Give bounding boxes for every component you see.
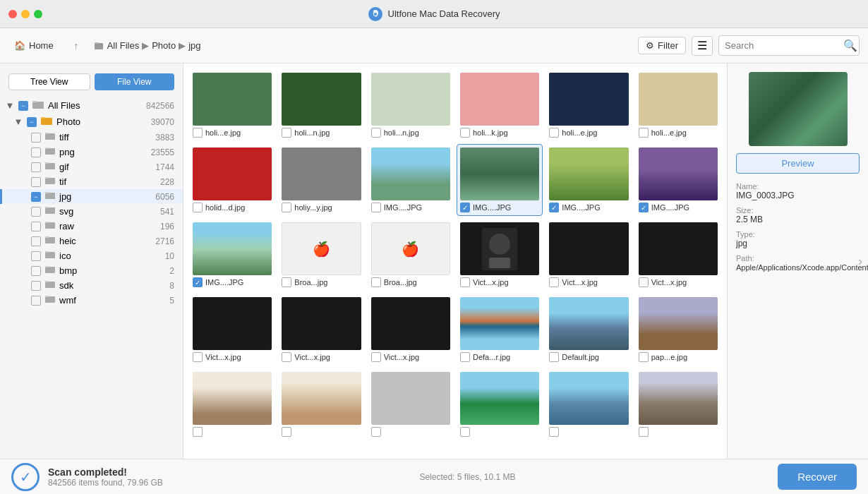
recover-button[interactable]: Recover [778,464,857,490]
item-checkbox[interactable] [282,427,291,437]
grid-item[interactable]: holi...e.jpg [189,69,275,141]
search-input[interactable] [725,40,843,51]
item-checkbox[interactable] [371,427,381,437]
grid-item[interactable]: Vict...x.jpg [545,219,632,291]
sidebar-item-allfiles[interactable]: ▼ − All Files 842566 [0,97,183,114]
item-checkbox[interactable] [549,277,559,287]
search-box[interactable]: 🔍 [718,35,860,56]
grid-item[interactable]: Defa...r.jpg [457,294,543,366]
filter-button[interactable]: ⚙ Filter [638,37,686,54]
sidebar-item-bmp[interactable]: bmp 2 [0,263,183,278]
breadcrumb-allfiles[interactable]: All Files [107,40,140,51]
item-checkbox[interactable] [193,203,203,212]
item-checkbox[interactable] [639,352,649,362]
item-checkbox[interactable] [639,128,649,138]
grid-item[interactable]: Vict...x.jpg [635,219,721,291]
grid-item[interactable]: holi...n.jpg [368,69,454,141]
grid-item[interactable]: holiy...y.jpg [278,144,364,216]
item-checkbox[interactable] [549,128,559,138]
sidebar-item-tif[interactable]: tif 228 [0,174,183,189]
sidebar-item-jpg[interactable]: − jpg 6056 [0,189,183,204]
svg-checkbox[interactable] [31,207,41,217]
grid-item[interactable]: ✓ IMG....JPG [189,219,275,291]
grid-item[interactable] [457,368,543,440]
item-checkbox[interactable] [193,427,203,437]
breadcrumb-jpg[interactable]: jpg [188,40,200,51]
raw-checkbox[interactable] [31,222,41,231]
item-checkbox[interactable] [193,352,203,362]
grid-item[interactable]: Vict...x.jpg [278,294,364,366]
close-button[interactable] [8,10,17,18]
item-checkbox[interactable] [282,277,291,287]
grid-item[interactable]: holi...k.jpg [457,69,543,141]
grid-item[interactable]: Vict...x.jpg [368,294,454,366]
sidebar-item-raw[interactable]: raw 196 [0,219,183,234]
maximize-button[interactable] [34,10,42,18]
item-checkbox[interactable] [282,203,291,212]
sdk-checkbox[interactable] [31,281,41,291]
grid-item[interactable]: ✓ IMG....JPG [635,144,721,216]
item-checkbox[interactable] [282,128,291,138]
minimize-button[interactable] [21,10,30,18]
grid-item[interactable]: 🍎 Broa...jpg [278,219,364,291]
item-checkbox[interactable] [371,203,381,212]
home-button[interactable]: 🏠 Home [8,37,59,54]
item-checkbox[interactable] [639,427,649,437]
grid-item[interactable]: Vict...x.jpg [189,294,275,366]
grid-item[interactable]: ✓ IMG....JPG [545,144,632,216]
sidebar-item-sdk[interactable]: sdk 8 [0,278,183,293]
tree-view-button[interactable]: Tree View [8,73,90,90]
item-checkbox[interactable] [639,277,649,287]
item-checkbox[interactable] [371,128,381,138]
back-button[interactable]: ↑ [68,37,85,54]
grid-item[interactable]: Default.jpg [545,294,632,366]
sidebar-item-heic[interactable]: heic 2716 [0,234,183,248]
grid-item[interactable] [368,368,454,440]
item-checkbox[interactable] [549,352,559,362]
chevron-right-icon[interactable]: › [858,254,862,269]
grid-item-selected[interactable]: ✓ IMG....JPG [457,144,543,216]
grid-item[interactable]: holid...d.jpg [189,144,275,216]
grid-item[interactable]: holi...n.jpg [278,69,364,141]
grid-item[interactable]: pap...e.jpg [635,294,721,366]
grid-item[interactable]: holi...e.jpg [635,69,721,141]
jpg-checkbox[interactable]: − [31,192,41,202]
ico-checkbox[interactable] [31,251,41,261]
breadcrumb-photo[interactable]: Photo [152,40,176,51]
tiff-checkbox[interactable] [31,133,41,143]
list-view-button[interactable]: ☰ [692,36,713,56]
allfiles-checkbox[interactable]: − [18,101,28,111]
tif-checkbox[interactable] [31,177,41,187]
sidebar-item-svg[interactable]: svg 541 [0,204,183,219]
item-checkbox[interactable] [282,352,291,362]
item-checkbox[interactable] [549,427,559,437]
file-view-button[interactable]: File View [95,73,175,90]
sidebar-item-tiff[interactable]: tiff 3883 [0,130,183,145]
wmf-checkbox[interactable] [31,296,41,306]
grid-item[interactable] [278,368,364,440]
heic-checkbox[interactable] [31,236,41,246]
item-checkbox[interactable] [371,352,381,362]
sidebar-item-gif[interactable]: gif 1744 [0,159,183,174]
sidebar-item-ico[interactable]: ico 10 [0,248,183,263]
bmp-checkbox[interactable] [31,266,41,276]
gif-checkbox[interactable] [31,162,41,172]
item-checkbox-checked[interactable]: ✓ [460,203,470,212]
grid-item[interactable]: IMG....JPG [368,144,454,216]
item-checkbox[interactable] [371,277,381,287]
item-checkbox-checked[interactable]: ✓ [549,203,559,212]
sidebar-item-photo[interactable]: ▼ − Photo 39070 [0,114,183,130]
item-checkbox[interactable] [460,352,470,362]
grid-item[interactable] [545,368,632,440]
photo-checkbox[interactable]: − [27,117,37,127]
item-checkbox[interactable] [460,427,470,437]
item-checkbox-checked[interactable]: ✓ [193,277,203,287]
grid-item[interactable] [189,368,275,440]
preview-button[interactable]: Preview [736,153,860,174]
png-checkbox[interactable] [31,147,41,157]
grid-item[interactable]: Vict...x.jpg [457,219,543,291]
item-checkbox[interactable] [460,277,470,287]
grid-item[interactable]: holi...e.jpg [545,69,632,141]
item-checkbox[interactable] [460,128,470,138]
item-checkbox[interactable] [193,128,203,138]
